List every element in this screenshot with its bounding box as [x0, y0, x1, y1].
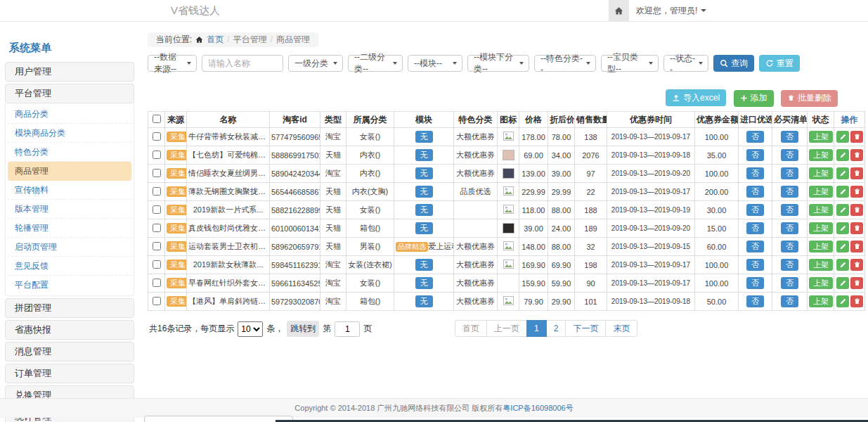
sidebar-item[interactable]: 模块商品分类	[8, 124, 131, 143]
imported-toggle-button[interactable]: 否	[746, 241, 764, 252]
sidebar-group-header[interactable]: 省惠快报	[5, 320, 134, 340]
select-all-checkbox[interactable]	[153, 115, 161, 123]
row-checkbox[interactable]	[153, 242, 161, 250]
source-badge[interactable]: 采集	[167, 150, 187, 160]
sidebar-item[interactable]: 版本管理	[8, 200, 131, 219]
edit-button[interactable]	[836, 186, 849, 198]
sidebar-group-header[interactable]: 订单管理	[5, 364, 134, 383]
edit-button[interactable]	[836, 295, 849, 307]
delete-button[interactable]	[850, 204, 863, 216]
edit-button[interactable]	[836, 259, 849, 271]
source-badge[interactable]: 采集	[167, 223, 187, 234]
must-buy-toggle-button[interactable]: 否	[781, 204, 798, 216]
row-checkbox[interactable]	[153, 297, 161, 305]
filter-select[interactable]: --状态--	[663, 55, 708, 72]
sidebar-group-header[interactable]: 平台管理	[5, 84, 134, 103]
pager-button[interactable]: 首页	[455, 320, 487, 337]
module-badge[interactable]: 无	[415, 295, 433, 307]
must-buy-toggle-button[interactable]: 否	[781, 131, 798, 143]
sidebar-group-header[interactable]: 拼团管理	[5, 298, 134, 318]
pager-button[interactable]: 下一页	[565, 320, 606, 337]
name-search-input[interactable]	[202, 55, 283, 72]
source-badge[interactable]: 采集	[167, 278, 187, 288]
status-badge[interactable]: 上架	[809, 241, 833, 252]
status-badge[interactable]: 上架	[809, 186, 833, 198]
must-buy-toggle-button[interactable]: 否	[781, 259, 798, 271]
row-checkbox[interactable]	[153, 205, 161, 214]
import-excel-button[interactable]: 导入excel	[666, 89, 726, 106]
module-badge[interactable]: 无	[415, 204, 433, 216]
delete-button[interactable]	[850, 186, 863, 198]
must-buy-toggle-button[interactable]: 否	[781, 241, 798, 252]
filter-select[interactable]: --模块下分类--	[467, 55, 529, 72]
pager-button[interactable]: 上一页	[486, 320, 527, 337]
delete-button[interactable]	[850, 277, 863, 289]
must-buy-toggle-button[interactable]: 否	[781, 167, 798, 179]
per-page-select[interactable]: 10	[238, 321, 263, 337]
delete-button[interactable]	[850, 167, 863, 179]
status-badge[interactable]: 上架	[809, 277, 833, 289]
imported-toggle-button[interactable]: 否	[746, 149, 764, 161]
filter-select[interactable]: 一级分类	[288, 55, 343, 72]
edit-button[interactable]	[836, 222, 849, 234]
delete-button[interactable]	[850, 131, 863, 143]
sidebar-item[interactable]: 轮播管理	[8, 219, 131, 238]
must-buy-toggle-button[interactable]: 否	[781, 295, 798, 307]
jump-button[interactable]: 跳转到	[287, 321, 319, 337]
source-badge[interactable]: 采集	[167, 205, 187, 215]
imported-toggle-button[interactable]: 否	[746, 186, 764, 198]
status-badge[interactable]: 上架	[809, 295, 833, 307]
delete-button[interactable]	[850, 259, 863, 271]
source-badge[interactable]: 采集	[167, 186, 187, 197]
edit-button[interactable]	[836, 277, 849, 289]
status-badge[interactable]: 上架	[809, 259, 833, 271]
row-checkbox[interactable]	[153, 187, 161, 196]
sidebar-item[interactable]: 特色分类	[8, 143, 131, 162]
must-buy-toggle-button[interactable]: 否	[781, 222, 798, 234]
row-checkbox[interactable]	[153, 224, 161, 232]
module-badge[interactable]: 无	[415, 186, 433, 198]
source-badge[interactable]: 采集	[167, 260, 187, 270]
module-badge[interactable]: 无	[415, 222, 433, 234]
module-badge[interactable]: 无	[415, 149, 433, 161]
edit-button[interactable]	[836, 149, 849, 161]
sidebar-item[interactable]: 意见反馈	[8, 257, 131, 276]
imported-toggle-button[interactable]: 否	[746, 259, 764, 271]
imported-toggle-button[interactable]: 否	[746, 222, 764, 234]
status-badge[interactable]: 上架	[809, 204, 833, 216]
source-badge[interactable]: 采集	[167, 168, 187, 179]
module-badge[interactable]: 无	[415, 167, 433, 179]
filter-select[interactable]: --模块--	[408, 55, 462, 72]
sidebar-item[interactable]: 商品分类	[8, 105, 131, 124]
add-button[interactable]: 添加	[734, 90, 774, 107]
edit-button[interactable]	[836, 167, 849, 179]
sidebar-item[interactable]: 平台配置	[8, 276, 131, 294]
status-badge[interactable]: 上架	[809, 131, 833, 143]
filter-select[interactable]: --二级分类--	[348, 55, 403, 72]
delete-button[interactable]	[850, 295, 863, 307]
source-badge[interactable]: 采集	[167, 241, 187, 252]
row-checkbox[interactable]	[153, 132, 161, 141]
pager-button[interactable]: 1	[526, 320, 547, 337]
icp-link[interactable]: 粤ICP备16098006号	[503, 404, 573, 412]
imported-toggle-button[interactable]: 否	[746, 167, 764, 179]
sidebar-item[interactable]: 商品管理	[8, 162, 131, 181]
module-badge[interactable]: 无	[415, 259, 433, 271]
reset-button[interactable]: 重置	[759, 55, 800, 72]
must-buy-toggle-button[interactable]: 否	[781, 277, 798, 289]
batch-delete-button[interactable]: 批量删除	[781, 90, 838, 107]
module-badge[interactable]: 无	[415, 131, 433, 143]
module-badge[interactable]: 品牌精选	[396, 242, 428, 252]
user-menu[interactable]: 欢迎您，管理员!	[636, 0, 706, 21]
status-badge[interactable]: 上架	[809, 222, 833, 234]
status-badge[interactable]: 上架	[809, 149, 833, 161]
filter-select[interactable]: --宝贝类型--	[601, 55, 659, 72]
sidebar-group-header[interactable]: 消息管理	[5, 342, 134, 362]
row-checkbox[interactable]	[153, 169, 161, 177]
imported-toggle-button[interactable]: 否	[746, 295, 764, 307]
sidebar-item[interactable]: 启动页管理	[8, 238, 131, 257]
delete-button[interactable]	[850, 241, 863, 252]
row-checkbox[interactable]	[153, 260, 161, 269]
row-checkbox[interactable]	[153, 279, 161, 287]
home-button[interactable]	[609, 0, 629, 21]
